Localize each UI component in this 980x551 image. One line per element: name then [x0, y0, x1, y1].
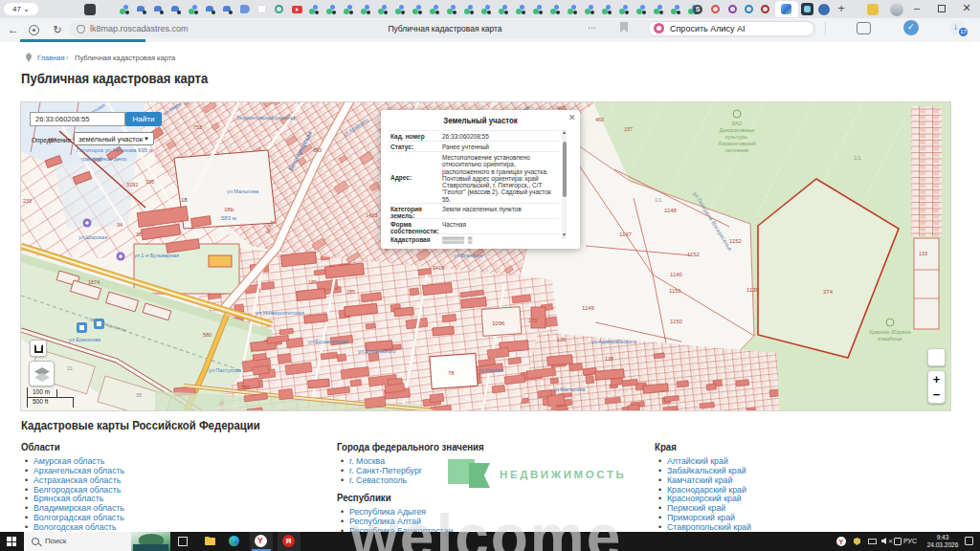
svg-text:ул Буачидзе: ул Буачидзе — [454, 253, 483, 258]
svg-text:Лермонтовский: Лермонтовский — [718, 141, 755, 146]
svg-text:693: 693 — [313, 147, 322, 153]
svg-text:753: 753 — [193, 124, 202, 130]
svg-text:ул Дунаевского: ул Дунаевского — [358, 348, 395, 354]
svg-text:138: 138 — [605, 356, 613, 362]
svg-text:18: 18 — [181, 197, 188, 203]
svg-text:1433: 1433 — [366, 212, 377, 218]
svg-text:ул Ермолова: ул Ермолова — [69, 337, 101, 342]
svg-text:Пятигорск ул Нежнова 695 и: Пятигорск ул Нежнова 695 и — [77, 147, 152, 153]
svg-text:760: 760 — [241, 385, 250, 390]
svg-text:583 м: 583 м — [221, 215, 236, 221]
svg-text:1148: 1148 — [664, 208, 678, 213]
svg-text:ЗАО: ЗАО — [731, 121, 743, 126]
svg-text:460: 460 — [595, 117, 604, 122]
svg-text:1149: 1149 — [582, 305, 595, 311]
svg-text:ул Малыгина: ул Малыгина — [227, 188, 259, 194]
svg-text:1/1: 1/1 — [854, 155, 861, 161]
svg-text:35: 35 — [136, 231, 142, 237]
svg-text:78: 78 — [448, 370, 455, 376]
svg-text:3192: 3192 — [126, 182, 138, 187]
svg-text:35: 35 — [136, 392, 142, 398]
svg-text:1147: 1147 — [619, 231, 633, 237]
svg-text:1096: 1096 — [492, 320, 505, 326]
svg-text:18Ь: 18Ь — [224, 207, 234, 212]
svg-text:133: 133 — [919, 251, 927, 256]
svg-text:1140: 1140 — [670, 272, 683, 277]
svg-text:1674: 1674 — [88, 279, 100, 285]
svg-text:157: 157 — [624, 126, 633, 132]
svg-text:ул Ессентукская: ул Ессентукская — [308, 339, 348, 344]
svg-text:Лермонтовский разъезд: Лермонтовский разъезд — [236, 115, 296, 121]
svg-text:Декоративные: Декоративные — [720, 127, 755, 133]
svg-text:185: 185 — [346, 289, 355, 295]
svg-text:культуры,: культуры, — [725, 134, 749, 140]
svg-text:580: 580 — [203, 332, 212, 338]
svg-text:233: 233 — [23, 198, 32, 204]
svg-text:пр Кирова: пр Кирова — [479, 367, 504, 373]
svg-text:1150: 1150 — [670, 319, 683, 324]
svg-text:135: 135 — [557, 337, 566, 342]
svg-text:трамвайное депо: трамвайное депо — [80, 156, 127, 162]
svg-text:ул Малыгина: ул Малыгина — [553, 386, 586, 392]
svg-text:195: 195 — [145, 179, 154, 185]
svg-text:173: 173 — [528, 318, 537, 323]
svg-text:ул Университетская: ул Университетская — [256, 310, 304, 316]
svg-text:1/1: 1/1 — [655, 197, 662, 203]
svg-text:34: 34 — [117, 222, 122, 228]
svg-text:1152: 1152 — [687, 252, 701, 257]
svg-text:1152: 1152 — [729, 238, 743, 244]
svg-text:Красное 30дское: Красное 30дское — [869, 329, 910, 335]
svg-text:ул Широкая: ул Широкая — [78, 234, 107, 240]
svg-text:21: 21 — [67, 365, 73, 371]
svg-text:ул Адмиральского: ул Адмиральского — [591, 339, 636, 344]
svg-text:ул 1-я Бульварная: ул 1-я Бульварная — [134, 253, 179, 258]
svg-text:питомник: питомник — [725, 147, 748, 153]
svg-text:374: 374 — [823, 289, 834, 295]
svg-text:185: 185 — [308, 279, 317, 285]
svg-text:ул Пастухова: ул Пастухова — [209, 367, 242, 373]
svg-text:1419: 1419 — [433, 265, 444, 271]
svg-text:1151: 1151 — [669, 288, 682, 294]
svg-text:кладбище: кладбище — [878, 336, 902, 342]
